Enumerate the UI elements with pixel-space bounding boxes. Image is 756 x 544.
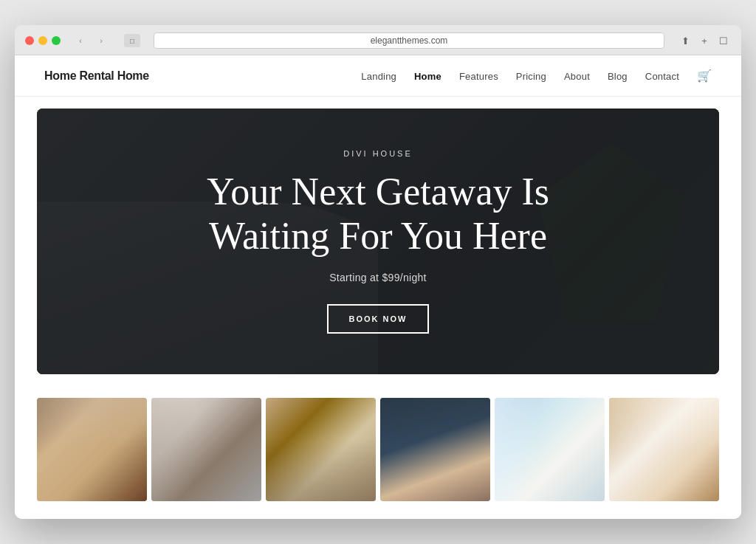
book-now-button[interactable]: BOOK NOW: [327, 304, 430, 334]
cart-icon[interactable]: 🛒: [697, 69, 712, 82]
forward-button[interactable]: ›: [92, 33, 111, 48]
nav-item-home[interactable]: Home: [414, 69, 441, 83]
navigation-controls: ‹ ›: [71, 33, 111, 48]
gallery-item-5[interactable]: [495, 398, 605, 501]
brand-logo[interactable]: Home Rental Home: [44, 69, 149, 83]
browser-window: ‹ › □ elegantthemes.com ⬆ + ☐ Home Renta…: [15, 25, 741, 519]
gallery-item-3[interactable]: [266, 398, 376, 501]
new-tab-button[interactable]: +: [697, 35, 712, 47]
tab-icon: □: [124, 34, 140, 47]
back-button[interactable]: ‹: [71, 33, 90, 48]
nav-item-pricing[interactable]: Pricing: [516, 69, 546, 83]
nav-link-home[interactable]: Home: [414, 71, 441, 82]
navbar: Home Rental Home Landing Home Features P…: [15, 55, 741, 97]
nav-link-contact[interactable]: Contact: [645, 71, 679, 82]
window-controls: [25, 36, 61, 45]
extensions-button[interactable]: ☐: [716, 35, 731, 47]
close-window-button[interactable]: [25, 36, 34, 45]
nav-item-landing[interactable]: Landing: [361, 69, 396, 83]
page-content: Home Rental Home Landing Home Features P…: [15, 55, 741, 519]
nav-link-landing[interactable]: Landing: [361, 71, 396, 82]
nav-item-contact[interactable]: Contact: [645, 69, 679, 83]
hero-title: Your Next Getaway Is Waiting For You Her…: [171, 170, 585, 258]
tab-bar: □: [124, 34, 140, 47]
gallery-item-4[interactable]: [380, 398, 490, 501]
nav-link-pricing[interactable]: Pricing: [516, 71, 546, 82]
gallery-row: [15, 386, 741, 519]
nav-links: Landing Home Features Pricing About Blog: [361, 69, 712, 83]
nav-item-about[interactable]: About: [564, 69, 590, 83]
browser-titlebar: ‹ › □ elegantthemes.com ⬆ + ☐: [15, 25, 741, 55]
hero-section: DIVI HOUSE Your Next Getaway Is Waiting …: [37, 109, 719, 374]
address-bar[interactable]: elegantthemes.com: [154, 32, 664, 49]
gallery-item-1[interactable]: [37, 398, 147, 501]
nav-item-features[interactable]: Features: [459, 69, 498, 83]
maximize-window-button[interactable]: [52, 36, 61, 45]
nav-link-features[interactable]: Features: [459, 71, 498, 82]
hero-subtitle: Starting at $99/night: [329, 272, 427, 283]
nav-item-blog[interactable]: Blog: [608, 69, 628, 83]
browser-action-buttons: ⬆ + ☐: [678, 35, 731, 47]
hero-overlay: DIVI HOUSE Your Next Getaway Is Waiting …: [37, 109, 719, 374]
hero-eyebrow: DIVI HOUSE: [343, 149, 413, 158]
nav-link-blog[interactable]: Blog: [608, 71, 628, 82]
gallery-item-2[interactable]: [151, 398, 261, 501]
nav-link-about[interactable]: About: [564, 71, 590, 82]
gallery-item-6[interactable]: [609, 398, 719, 501]
address-bar-wrap: elegantthemes.com: [154, 32, 664, 49]
cart-icon-item[interactable]: 🛒: [697, 69, 712, 83]
share-button[interactable]: ⬆: [678, 35, 693, 47]
minimize-window-button[interactable]: [38, 36, 47, 45]
